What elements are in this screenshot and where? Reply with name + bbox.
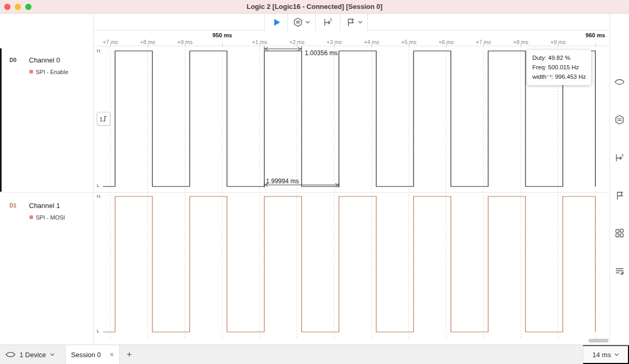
ruler-minor-label: +5 ms [401,39,417,45]
measurements-icon: 3 [614,152,625,163]
extensions-icon [614,228,625,238]
ruler-major-label: 960 ms [585,32,605,38]
ruler-minor-label: +9 ms [551,39,566,45]
analyzers-panel-button[interactable] [612,112,627,127]
chevron-down-icon [614,353,619,356]
timing-markers-icon [614,190,625,201]
channel-0-id: D0 [9,57,16,63]
ruler-tick [222,44,223,46]
device-icon [614,77,625,87]
horizontal-scrollbar-thumb[interactable] [589,339,609,342]
close-tab-button[interactable]: × [110,351,114,358]
status-bar: 1 Device Session 0 × + 14 ms [0,345,629,364]
ch1-low-label: L [97,328,99,334]
ruler-minor-label: +8 ms [513,39,529,45]
ruler-minor-label: +2 ms [290,39,305,45]
zoom-window-button[interactable] [25,4,32,10]
ruler-minor-label: +6 ms [439,39,454,45]
right-sidebar: 3 [610,14,629,345]
timing-markers-button[interactable] [340,14,368,30]
pulse-width-measurement: 1.00356 ms [305,49,338,57]
measure-arrowhead [298,47,301,50]
titlebar: Logic 2 [Logic16 - Connected] [Session 0… [0,0,629,14]
toolbar: 3 [94,14,610,30]
play-icon [272,17,281,27]
chevron-down-icon [305,20,310,24]
ruler-minor-label: +7 ms [103,39,118,45]
measurement-tooltip: Duty: 49.82 % Freq: 500.015 Hz width⁻¹: … [527,50,591,85]
ruler-minor-label: +3 ms [327,39,342,45]
channel-0-name[interactable]: Channel 0 [29,56,60,64]
extensions-panel-button[interactable] [612,226,627,241]
app-window: Logic 2 [Logic16 - Connected] [Session 0… [0,0,629,364]
ruler-minor-label: +4 ms [364,39,379,45]
device-settings-button[interactable] [287,14,315,30]
svg-text:3: 3 [621,153,624,158]
device-count-label: 1 Device [19,351,46,359]
tooltip-width-inverse: width⁻¹: 996.453 Hz [532,72,586,82]
device-settings-icon [293,17,303,27]
ruler-tick [595,44,596,46]
svg-text:3: 3 [329,17,332,22]
view-range-selector[interactable]: 14 ms [583,345,629,364]
channel-1-name[interactable]: Channel 1 [29,202,60,210]
svg-text:1: 1 [100,116,103,122]
start-capture-button[interactable] [264,14,287,30]
waveform-ch1[interactable] [103,196,595,332]
rising-edge-icon: 1 [97,112,110,125]
channel-trigger-button[interactable]: 1 [97,112,110,126]
period-measurement: 1.99994 ms [266,178,299,185]
device-icon [5,351,16,358]
analyzers-icon [614,115,625,125]
channel-separator [0,192,610,193]
close-window-button[interactable] [4,4,11,10]
ch1-high-label: H [97,193,100,199]
new-tab-button[interactable]: + [122,345,137,364]
measure-arrowhead [335,183,338,186]
view-range-label: 14 ms [592,351,611,359]
channel-0-accent-bar [0,48,2,192]
ruler-major-label: 950 ms [212,32,232,38]
measure-arrowhead [265,47,268,50]
channel-1-analyzer-label[interactable]: SPI - MOSI [36,214,65,221]
ruler-minor-label: +8 ms [140,39,156,45]
channel-panel: D0 Channel 0 SPI - Enable D1 Channel 1 S… [0,14,94,345]
toolbar-button-group: 3 [264,14,368,30]
ch0-low-label: L [97,182,99,188]
annotations-icon [614,266,625,276]
window-title: Logic 2 [Logic16 - Connected] [Session 0… [246,3,383,11]
device-selector[interactable]: 1 Device [5,345,55,364]
minimize-window-button[interactable] [15,4,21,10]
timing-markers-panel-button[interactable] [612,188,627,203]
channel-0-analyzer-label[interactable]: SPI - Enable [36,69,68,75]
tooltip-freq: Freq: 500.015 Hz [532,63,586,72]
ruler-minor-label: +9 ms [178,39,193,45]
ruler-minor-label: +1 ms [252,39,267,45]
device-panel-button[interactable] [612,75,627,89]
measurements-icon: 3 [323,17,333,27]
ch0-high-label: H [97,48,100,54]
measurements-panel-button[interactable]: 3 [612,150,627,165]
timeline-ruler[interactable]: 950 ms960 ms+7 ms+8 ms+9 ms+1 ms+2 ms+3 … [94,30,610,46]
waveform-ch0[interactable] [103,51,595,186]
annotations-panel-button[interactable] [612,264,627,278]
session-tab-label: Session 0 [71,351,101,359]
tooltip-duty: Duty: 49.82 % [532,54,586,63]
analyzer-color-dot [29,70,33,74]
measurements-button[interactable]: 3 [315,14,340,30]
timing-markers-icon [346,17,355,27]
chevron-down-icon [358,20,363,24]
window-controls [4,0,32,14]
chevron-down-icon [50,353,55,356]
channel-1-id: D1 [9,202,16,209]
analyzer-color-dot [29,215,33,219]
session-tab[interactable]: Session 0 × [65,345,120,364]
ruler-minor-label: +7 ms [476,39,491,45]
